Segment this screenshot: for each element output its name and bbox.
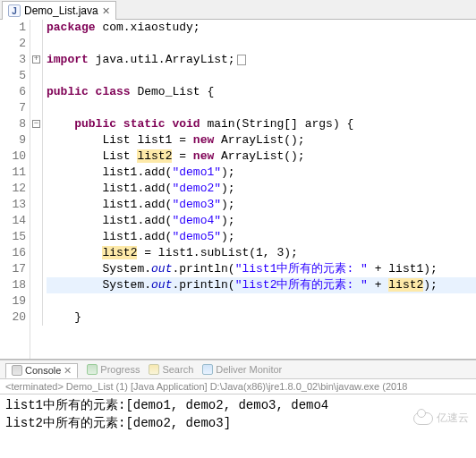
code-line[interactable]: List list1 = new ArrayList(); bbox=[47, 132, 476, 148]
line-number: 14 bbox=[9, 213, 26, 229]
tab-progress[interactable]: Progress bbox=[87, 364, 140, 375]
line-number: 7 bbox=[9, 100, 26, 116]
code-area[interactable]: package com.xiaostudy; import java.util.… bbox=[43, 20, 476, 359]
line-number: 8 bbox=[9, 116, 26, 132]
line-number: 3 bbox=[9, 52, 26, 68]
bottom-tab-bar: Console ✕ Progress Search Deliver Monito… bbox=[0, 360, 476, 379]
tab-filename: Demo_List.java bbox=[24, 4, 98, 17]
deliver-icon bbox=[202, 364, 213, 375]
fold-collapse-icon[interactable]: − bbox=[32, 120, 40, 128]
code-line[interactable] bbox=[47, 68, 476, 84]
close-icon[interactable]: ✕ bbox=[64, 365, 72, 377]
code-line[interactable] bbox=[47, 36, 476, 52]
java-file-icon: J bbox=[8, 4, 21, 17]
line-number: 2 bbox=[9, 36, 26, 52]
console-line: list2中所有的元素:[demo2, demo3] bbox=[5, 414, 471, 432]
tab-deliver-monitor[interactable]: Deliver Monitor bbox=[202, 364, 282, 375]
code-line[interactable]: List list2 = new ArrayList(); bbox=[47, 148, 476, 165]
line-number: 19 bbox=[9, 293, 26, 310]
line-number: 13 bbox=[9, 197, 26, 213]
line-number: 5 bbox=[9, 68, 26, 84]
code-line[interactable]: list2 = list1.subList(1, 3); bbox=[47, 245, 476, 261]
code-line[interactable]: list1.add("demo4"); bbox=[47, 213, 476, 229]
line-number: 15 bbox=[9, 229, 26, 245]
tab-console[interactable]: Console ✕ bbox=[5, 363, 78, 378]
line-number: 20 bbox=[9, 310, 26, 326]
code-line[interactable]: } bbox=[47, 310, 476, 326]
fold-column: +− bbox=[30, 20, 43, 326]
fold-expand-icon[interactable]: + bbox=[32, 55, 40, 64]
line-number: 17 bbox=[9, 261, 26, 277]
code-line[interactable]: System.out.println("list1中所有的元素: " + lis… bbox=[47, 261, 476, 277]
code-line[interactable]: System.out.println("list2中所有的元素: " + lis… bbox=[47, 277, 476, 293]
code-editor[interactable]: 123567891011121314151617181920 +− packag… bbox=[0, 20, 476, 360]
console-icon bbox=[12, 365, 22, 376]
code-line[interactable]: list1.add("demo1"); bbox=[47, 165, 476, 181]
console-launch-info: <terminated> Demo_List (1) [Java Applica… bbox=[0, 379, 476, 392]
editor-tab-demo-list[interactable]: J Demo_List.java ✕ bbox=[2, 1, 116, 20]
line-number: 12 bbox=[9, 181, 26, 197]
code-line[interactable]: public static void main(String[] args) { bbox=[47, 116, 476, 132]
line-number: 11 bbox=[9, 165, 26, 181]
editor-tab-bar: J Demo_List.java ✕ bbox=[0, 0, 476, 20]
code-line[interactable]: package com.xiaostudy; bbox=[47, 20, 476, 36]
code-line[interactable]: public class Demo_List { bbox=[47, 84, 476, 100]
code-line[interactable] bbox=[47, 293, 476, 310]
console-output[interactable]: list1中所有的元素:[demo1, demo2, demo3, demo4 … bbox=[0, 394, 476, 434]
line-number: 1 bbox=[9, 20, 26, 36]
line-number: 18 bbox=[9, 277, 26, 293]
tab-search[interactable]: Search bbox=[149, 364, 193, 375]
code-line[interactable]: list1.add("demo2"); bbox=[47, 181, 476, 197]
console-line: list1中所有的元素:[demo1, demo2, demo3, demo4 bbox=[5, 396, 471, 414]
line-number: 10 bbox=[9, 148, 26, 165]
line-number: 6 bbox=[9, 84, 26, 100]
progress-icon bbox=[87, 364, 98, 375]
code-line[interactable]: list1.add("demo3"); bbox=[47, 197, 476, 213]
search-icon bbox=[149, 364, 159, 375]
folded-region-icon[interactable] bbox=[237, 55, 246, 65]
code-line[interactable] bbox=[47, 100, 476, 116]
code-line[interactable]: import java.util.ArrayList; bbox=[47, 52, 476, 68]
line-number-gutter: 123567891011121314151617181920 bbox=[0, 20, 30, 359]
code-line[interactable]: list1.add("demo5"); bbox=[47, 229, 476, 245]
line-number: 9 bbox=[9, 132, 26, 148]
close-icon[interactable]: ✕ bbox=[102, 5, 110, 17]
line-number: 16 bbox=[9, 245, 26, 261]
